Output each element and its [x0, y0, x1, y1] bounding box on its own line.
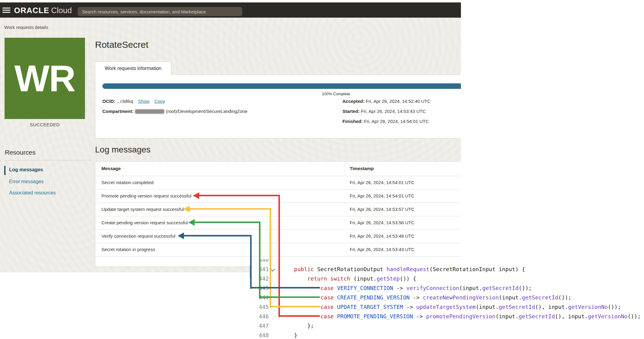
column-separator [344, 164, 344, 173]
code-line-442: 442return switch (input.getStep()) { [252, 274, 644, 283]
table-row[interactable]: Secret rotation completedFri, Apr 26, 20… [95, 176, 461, 190]
code-text: case CREATE_PENDING_VERSION -> createNew… [281, 293, 571, 302]
cell-timestamp: Fri, Apr 26, 2024, 14:54:01 UTC [350, 180, 415, 185]
verify-to-line-443-shaft [184, 235, 252, 236]
screenshot-canvas: ORACLECloud Work requests details WR SUC… [0, 0, 644, 339]
ocid-field: OCID: ...r3dtkq Show Copy [102, 99, 165, 104]
update-to-line-445-bottom [270, 306, 320, 307]
column-header-message[interactable]: Message [101, 166, 121, 171]
table-row[interactable]: Create pending version request successfu… [95, 216, 461, 230]
column-header-timestamp[interactable]: Timestamp [350, 166, 374, 171]
update-to-line-445-arrowhead-icon [183, 206, 190, 212]
resources-heading: Resources [5, 149, 35, 156]
work-request-badge: WR [5, 38, 85, 119]
cell-timestamp: Fri, Apr 26, 2024, 14:53:48 UTC [350, 233, 415, 239]
code-line-447: 447}; [252, 321, 644, 330]
create-to-line-444-shaft [195, 222, 260, 223]
code-text: case PROMOTE_PENDING_VERSION -> promoteP… [281, 312, 641, 321]
ocid-show-link[interactable]: Show [138, 99, 150, 104]
cell-timestamp: Fri, Apr 26, 2024, 14:53:56 UTC [350, 220, 415, 225]
promote-to-line-446-bottom [278, 315, 320, 317]
compartment-field: Compartment:(root)/Development/SecureLan… [102, 109, 247, 114]
redacted-compartment-name [135, 109, 164, 114]
ocid-value: ...r3dtkq [117, 99, 133, 104]
cell-timestamp: Fri, Apr 26, 2024, 14:54:01 UTC [350, 193, 415, 198]
started-field: Started: Fri, Apr 26, 2024, 14:53:43 UTC [342, 109, 426, 114]
verify-to-line-443-arrowhead-icon [178, 232, 184, 239]
cell-message: Promote pending version request successf… [101, 193, 191, 198]
logo-oracle-text: ORACLE [14, 6, 49, 15]
top-margin [0, 0, 461, 2]
active-item-indicator [4, 166, 5, 175]
code-line-441: 441public SecretRotationOutput handleReq… [252, 264, 644, 274]
work-request-badge-text: WR [14, 57, 75, 100]
line-number: 445 [252, 302, 269, 312]
table-row[interactable]: Verify connection request successfulFri,… [95, 229, 461, 243]
log-messages-heading: Log messages [95, 145, 150, 155]
oracle-cloud-console: ORACLECloud Work requests details WR SUC… [0, 0, 461, 272]
code-text: case UPDATE_TARGET_SYSTEM -> updateTarge… [281, 302, 621, 312]
finished-value: Fri, Apr 26, 2024, 14:54:01 UTC [364, 119, 429, 124]
code-text: }; [281, 321, 314, 330]
accepted-label: Accepted: [342, 99, 365, 104]
accepted-value: Fri, Apr 26, 2024, 14:52:40 UTC [366, 99, 431, 104]
work-request-info-panel: 100% Complete OCID: ...r3dtkq Show Copy … [95, 75, 461, 138]
line-number: 448 [252, 330, 269, 339]
started-label: Started: [342, 109, 360, 114]
sidebar-item-error-messages[interactable]: Error messages [9, 179, 44, 186]
promote-to-line-446-arrowhead-icon [193, 192, 199, 199]
cell-message: Secret rotation completed [101, 180, 154, 185]
verify-to-line-443-bottom [250, 287, 320, 288]
code-line-440: 440 [252, 259, 644, 264]
promote-to-line-446-vertical [278, 195, 280, 317]
sidebar-item-log-messages[interactable]: Log messages [9, 167, 43, 174]
cell-timestamp: Fri, Apr 26, 2024, 14:53:57 UTC [350, 207, 415, 212]
finished-label: Finished: [342, 119, 363, 124]
table-row[interactable]: Secret rotation in progressFri, Apr 26, … [95, 243, 461, 257]
log-messages-table: Message Timestamp Secret rotation comple… [95, 161, 461, 267]
cell-timestamp: Fri, Apr 26, 2024, 14:53:43 UTC [350, 247, 415, 252]
compartment-value: (root)/Development/SecureLandingZone [166, 109, 248, 114]
logo-cloud-text: Cloud [51, 6, 72, 15]
top-navigation-bar: ORACLECloud [0, 2, 461, 18]
table-row[interactable]: Update target system request successfulF… [95, 203, 461, 216]
verify-to-line-443-vertical [250, 235, 252, 289]
ocid-label: OCID: [102, 99, 115, 104]
finished-field: Finished: Fri, Apr 26, 2024, 14:54:01 UT… [342, 119, 429, 124]
sidebar-item-associated-resources[interactable]: Associated resources [9, 190, 56, 197]
code-text: return switch (input.getStep()) { [281, 274, 416, 283]
oracle-cloud-logo: ORACLECloud [14, 6, 72, 15]
promote-to-line-446-shaft [199, 195, 280, 196]
fold-chevron-down-icon[interactable] [271, 267, 275, 271]
create-to-line-444-arrowhead-icon [188, 219, 195, 226]
cell-message: Update target system request successful [101, 207, 184, 212]
cell-message: Verify connection request successful [101, 233, 175, 239]
code-text: } [281, 330, 297, 339]
line-number: 446 [252, 312, 269, 321]
progress-label: 100% Complete [310, 92, 362, 96]
started-value: Fri, Apr 26, 2024, 14:53:43 UTC [361, 109, 426, 114]
status-badge: SUCCEEDED [5, 122, 85, 127]
tab-work-requests-information[interactable]: Work requests information [95, 61, 171, 75]
accepted-field: Accepted: Fri, Apr 26, 2024, 14:52:40 UT… [342, 99, 430, 104]
resources-divider [4, 160, 91, 160]
compartment-label: Compartment: [102, 109, 134, 114]
code-editor-screenshot: 440441public SecretRotationOutput handle… [252, 259, 644, 339]
ocid-copy-link[interactable]: Copy [154, 99, 165, 104]
code-text: public SecretRotationOutput handleReques… [281, 264, 525, 274]
update-to-line-445-vertical [270, 208, 271, 308]
progress-bar-fill [102, 83, 461, 89]
table-header-row: Message Timestamp [95, 162, 461, 176]
line-number: 447 [252, 321, 269, 330]
breadcrumb[interactable]: Work requests details [4, 25, 48, 30]
create-to-line-444-bottom [259, 296, 320, 298]
cell-message: Secret rotation in progress [101, 247, 155, 252]
code-line-448: 448} [252, 330, 644, 339]
progress-bar-track [102, 83, 461, 89]
cell-message: Create pending version request successfu… [101, 220, 188, 225]
search-input[interactable] [78, 7, 242, 16]
hamburger-menu-icon[interactable] [2, 8, 10, 13]
page-title: RotateSecret [95, 40, 148, 50]
update-to-line-445-shaft [190, 208, 271, 210]
